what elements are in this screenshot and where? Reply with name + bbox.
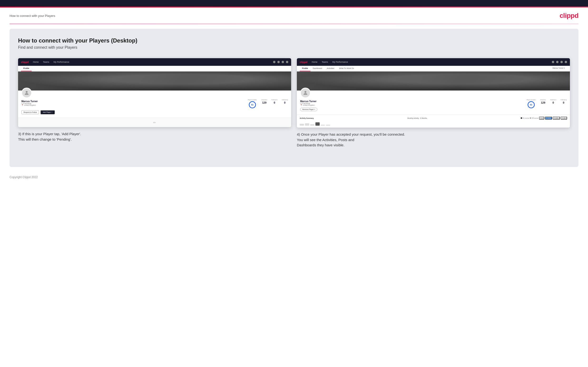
player-info-right: Marcus Turner 1-5 Handicap 📍 United King…: [300, 99, 527, 111]
flag-icon-right: [565, 61, 567, 63]
period-1mth[interactable]: 1 mth: [561, 117, 567, 119]
header-divider: [9, 24, 579, 24]
mock-nav-teams-left: Teams: [43, 61, 49, 63]
desc-right: 4) Once your Player has accepted your re…: [297, 132, 570, 148]
quality-circle-left: 92: [249, 101, 256, 108]
search-icon-right: [552, 61, 554, 63]
quality-label-right: Player Quality: [527, 99, 536, 100]
quality-stat-left: Player Quality 92: [248, 99, 257, 108]
user-icon-left: [277, 61, 280, 63]
flag-icon-left: [286, 61, 288, 63]
settings-icon-right: [560, 61, 563, 63]
period-3mths[interactable]: 3 mths: [553, 117, 560, 119]
player-name-right: Marcus Turner: [300, 100, 527, 103]
stats-row-left: Marcus Turner 1-5 Handicap 📍 United King…: [21, 99, 288, 108]
mock-profile-left: Marcus Turner 1-5 Handicap 📍 United King…: [18, 91, 291, 117]
page-title: How to connect with your Players (Deskto…: [18, 37, 570, 44]
screenshot-left: clippd Home Teams My Performance Profile: [18, 58, 291, 127]
bar-3: [310, 124, 314, 126]
search-icon-left: [273, 61, 276, 63]
stats-row-right: Marcus Turner 1-5 Handicap 📍 United King…: [300, 99, 567, 111]
screenshots-row: clippd Home Teams My Performance Profile: [18, 58, 570, 148]
tab-dashboard-right[interactable]: Dashboard: [311, 66, 324, 71]
mock-footer-left: ✏: [18, 117, 291, 127]
mock-banner-right: [297, 72, 570, 91]
bar-4: [315, 122, 320, 126]
breadcrumb: How to connect with your Players: [9, 14, 55, 17]
edit-icon-left: ✏: [153, 121, 156, 125]
bar-6: [326, 125, 330, 126]
activity-controls: On course Off course 1 yr 6 mths 3 mths …: [521, 117, 567, 119]
banner-img-right: [297, 72, 570, 91]
activities-stat-right: Activities 129: [540, 99, 546, 104]
header: How to connect with your Players clippd: [0, 8, 588, 24]
mock-nav-icons-right: [552, 61, 567, 63]
legend-on-course: On course: [521, 117, 529, 119]
period-6mths[interactable]: 6 mths: [545, 117, 552, 119]
bar-1: [300, 124, 304, 126]
mock-tabs-left: Profile: [18, 66, 291, 72]
tab-activities-right[interactable]: Activities: [324, 66, 337, 71]
activity-period: Monthly Activity · 6 Months: [407, 117, 427, 119]
legend-dot-on: [521, 117, 522, 119]
activity-title: Activity Summary: [300, 117, 314, 119]
mock-profile-right: Marcus Turner 1-5 Handicap 📍 United King…: [297, 91, 570, 115]
bar-5: [321, 125, 325, 126]
mock-nav-performance-left: My Performance: [53, 61, 69, 63]
footer: Copyright Clippd 2022: [0, 172, 588, 183]
activity-summary: Activity Summary Monthly Activity · 6 Mo…: [297, 115, 570, 128]
period-1yr[interactable]: 1 yr: [539, 117, 544, 119]
mock-nav-left: clippd Home Teams My Performance: [18, 58, 291, 66]
legend-off-course: Off course: [530, 117, 538, 119]
tab-profile-right[interactable]: Profile: [300, 66, 311, 71]
quality-stat-right: Player Quality 92: [527, 99, 536, 108]
mock-nav-home-left: Home: [33, 61, 39, 63]
settings-icon-left: [282, 61, 284, 63]
add-player-button[interactable]: Add Player +: [40, 110, 55, 114]
page-subtitle: Find and connect with your Players: [18, 45, 570, 50]
buttons-row-left: Request to Follow Add Player +: [21, 110, 288, 114]
remove-player-button[interactable]: Remove Player ×: [300, 108, 317, 111]
player-location-right: 📍 United Kingdom: [300, 104, 527, 106]
activity-header: Activity Summary Monthly Activity · 6 Mo…: [300, 117, 567, 119]
player-handicap-left: 1-5 Handicap: [21, 103, 248, 104]
stat-group-right: Activities 129 Followers 0 Following 0: [540, 99, 567, 104]
following-stat-left: Following 0: [282, 99, 288, 104]
remove-btn-wrapper: Remove Player ×: [300, 108, 527, 111]
mock-nav-icons-left: [273, 61, 288, 63]
player-info-left: Marcus Turner 1-5 Handicap 📍 United King…: [21, 99, 248, 106]
screenshot-right: clippd Home Teams My Performance Profile: [297, 58, 570, 128]
legend-dot-off: [530, 117, 531, 119]
followers-stat-right: Followers 0: [550, 99, 556, 104]
svg-point-0: [26, 91, 28, 93]
mini-bar-chart: [300, 121, 567, 126]
user-icon-right: [556, 61, 559, 63]
banner-img-left: [18, 72, 291, 91]
mock-logo-right: clippd: [300, 61, 307, 63]
mock-tabs-right: Profile Dashboard Activities What To Wor…: [297, 66, 570, 72]
logo: clippd: [560, 12, 579, 19]
player-handicap-right: 1-5 Handicap: [300, 103, 527, 104]
followers-stat-left: Followers 0: [271, 99, 277, 104]
tab-what-to-work-on-right[interactable]: What To Work On: [337, 66, 356, 71]
request-follow-button[interactable]: Request to Follow: [21, 110, 39, 114]
stat-group-left: Activities 129 Followers 0 Following 0: [261, 99, 288, 104]
player-dropdown-right[interactable]: Marcus Turner ▾: [550, 66, 567, 71]
mock-banner-left: [18, 72, 291, 91]
avatar-icon-right: [303, 90, 308, 96]
mock-nav-right: clippd Home Teams My Performance: [297, 58, 570, 66]
desc-left: 3) If this is your Player tap, 'Add Play…: [18, 131, 291, 142]
quality-label-left: Player Quality: [248, 99, 257, 100]
mock-nav-performance-right: My Performance: [332, 61, 348, 63]
activities-stat-left: Activities 129: [261, 99, 267, 104]
tab-profile-left[interactable]: Profile: [21, 66, 32, 71]
screenshot-right-col: clippd Home Teams My Performance Profile: [297, 58, 570, 148]
quality-circle-right: 92: [527, 101, 535, 108]
mock-nav-home-right: Home: [311, 61, 317, 63]
avatar-left: [21, 88, 32, 98]
mock-nav-teams-right: Teams: [322, 61, 328, 63]
tabs-group-right: Profile Dashboard Activities What To Wor…: [300, 66, 356, 71]
avatar-right: [300, 88, 311, 98]
bar-2: [305, 123, 309, 126]
player-location-left: 📍 United Kingdom: [21, 104, 248, 106]
